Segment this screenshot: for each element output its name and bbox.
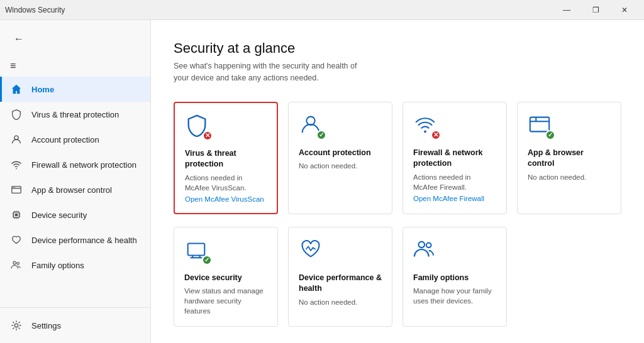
hamburger-button[interactable]: ≡ <box>0 55 150 77</box>
titlebar: Windows Security — ❐ ✕ <box>0 0 644 20</box>
svg-point-21 <box>17 263 19 265</box>
sidebar-item-device-security[interactable]: Device security <box>0 202 150 227</box>
svg-point-1 <box>16 168 17 169</box>
sidebar-item-firewall-label: Firewall & network protection <box>31 160 136 170</box>
browser-card[interactable]: ✓ App & browser control No action needed… <box>517 102 621 214</box>
family-card-desc: Manage how your family uses their device… <box>413 286 496 306</box>
settings-label: Settings <box>31 321 61 330</box>
browser-card-title: App & browser control <box>528 148 611 170</box>
browser-status-badge: ✓ <box>545 130 555 140</box>
sidebar-item-virus[interactable]: Virus & threat protection <box>0 102 150 127</box>
svg-rect-28 <box>188 243 205 255</box>
device-security-card-desc: View status and manage hardware security… <box>184 286 267 316</box>
minimize-button[interactable]: — <box>552 0 581 20</box>
svg-point-22 <box>14 324 18 327</box>
sidebar-item-virus-label: Virus & threat protection <box>31 110 119 119</box>
svg-point-5 <box>14 187 15 188</box>
browser-card-icon-area: ✓ <box>528 112 555 140</box>
account-card-icon-area: ✓ <box>299 112 326 140</box>
chip-icon <box>10 209 23 221</box>
heart-health-icon <box>299 237 323 261</box>
account-card-title: Account protection <box>299 148 382 159</box>
device-security-card-icon-area: ✓ <box>184 237 212 265</box>
back-icon: ← <box>14 33 24 45</box>
firewall-card-desc: Actions needed in McAfee Firewall. <box>413 172 496 192</box>
sidebar-item-browser[interactable]: App & browser control <box>0 177 150 202</box>
family-card[interactable]: Family options Manage how your family us… <box>402 227 507 327</box>
app-title: Windows Security <box>5 6 65 14</box>
browser-icon <box>10 183 23 196</box>
device-security-status-badge: ✓ <box>202 255 212 265</box>
family-card-title: Family options <box>413 273 496 284</box>
restore-button[interactable]: ❐ <box>581 0 610 20</box>
shield-icon <box>10 108 23 121</box>
family-icon <box>10 259 23 271</box>
sidebar-item-family[interactable]: Family options <box>0 253 150 278</box>
virus-card-link[interactable]: Open McAfee VirusScan <box>185 195 267 203</box>
sidebar-top: ← <box>0 23 150 55</box>
settings-icon <box>10 319 23 332</box>
close-button[interactable]: ✕ <box>610 0 639 20</box>
browser-card-desc: No action needed. <box>528 172 611 182</box>
firewall-status-badge: ✕ <box>431 130 441 140</box>
security-grid-row1: ✕ Virus & threat protection Actions need… <box>174 102 621 214</box>
virus-card-desc: Actions needed in McAfee VirusScan. <box>185 173 267 193</box>
sidebar-item-settings[interactable]: Settings <box>0 313 150 338</box>
virus-card-title: Virus & threat protection <box>185 148 267 170</box>
device-health-card-desc: No action needed. <box>299 297 382 307</box>
svg-rect-25 <box>530 117 549 131</box>
sidebar-nav: Home Virus & threat protection <box>0 77 150 307</box>
app-body: ← ≡ Home Virus & thr <box>0 20 644 343</box>
main-panel: Security at a glance See what's happenin… <box>151 20 644 343</box>
security-grid-row2: ✓ Device security View status and manage… <box>174 227 621 327</box>
device-health-card-icon-area <box>299 237 326 265</box>
svg-point-20 <box>13 261 16 264</box>
svg-point-32 <box>419 241 425 248</box>
page-subtitle: See what's happening with the security a… <box>174 60 362 84</box>
svg-point-4 <box>13 187 13 188</box>
svg-point-33 <box>426 242 431 248</box>
device-security-card-title: Device security <box>184 273 267 284</box>
window-controls: — ❐ ✕ <box>552 0 639 20</box>
device-health-card[interactable]: Device performance & health No action ne… <box>288 227 392 327</box>
page-title: Security at a glance <box>174 40 621 57</box>
account-card-desc: No action needed. <box>299 161 382 171</box>
device-health-card-title: Device performance & health <box>299 273 382 295</box>
svg-rect-7 <box>15 214 18 217</box>
device-security-card[interactable]: ✓ Device security View status and manage… <box>174 227 278 327</box>
sidebar-item-device-security-label: Device security <box>31 210 87 220</box>
account-status-badge: ✓ <box>316 130 326 140</box>
virus-card[interactable]: ✕ Virus & threat protection Actions need… <box>174 102 278 214</box>
family-options-icon <box>413 237 437 261</box>
sidebar-bottom: Settings <box>0 307 150 343</box>
person-icon <box>10 133 23 146</box>
sidebar-item-home[interactable]: Home <box>0 77 150 102</box>
family-card-icon-area <box>413 237 441 265</box>
firewall-card-link[interactable]: Open McAfee Firewall <box>413 195 496 202</box>
sidebar: ← ≡ Home Virus & thr <box>0 20 151 343</box>
sidebar-item-account[interactable]: Account protection <box>0 127 150 152</box>
account-card[interactable]: ✓ Account protection No action needed. <box>288 102 392 214</box>
firewall-card-title: Firewall & network protection <box>413 148 496 170</box>
firewall-card-icon-area: ✕ <box>413 112 441 140</box>
sidebar-item-family-label: Family options <box>31 261 84 270</box>
sidebar-item-home-label: Home <box>31 85 54 94</box>
virus-status-badge: ✕ <box>203 131 213 141</box>
sidebar-item-firewall[interactable]: Firewall & network protection <box>0 152 150 177</box>
sidebar-item-browser-label: App & browser control <box>31 185 112 195</box>
wifi-icon <box>10 158 23 171</box>
sidebar-item-device-health[interactable]: Device performance & health <box>0 227 150 253</box>
firewall-card[interactable]: ✕ Firewall & network protection Actions … <box>402 102 507 214</box>
sidebar-item-device-health-label: Device performance & health <box>31 236 137 245</box>
heart-icon <box>10 234 23 246</box>
sidebar-item-account-label: Account protection <box>31 135 99 144</box>
virus-card-icon-area: ✕ <box>185 113 213 141</box>
back-button[interactable]: ← <box>8 28 30 50</box>
svg-point-24 <box>424 130 426 133</box>
home-icon <box>10 83 23 95</box>
